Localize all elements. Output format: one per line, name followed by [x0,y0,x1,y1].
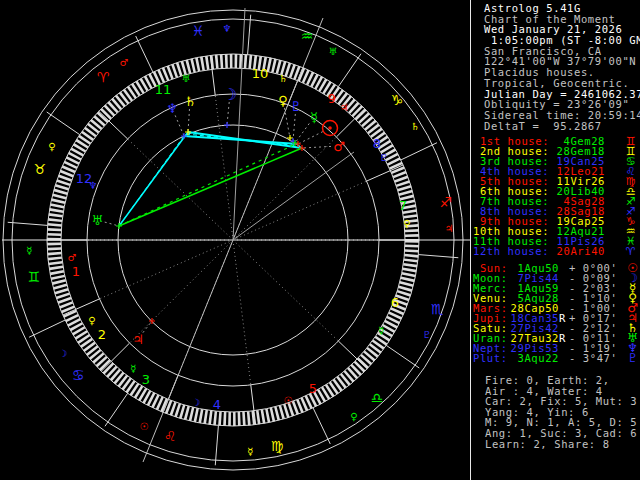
planet-pointer-line [175,115,184,136]
mercury-glyph-icon: ☿ [310,110,318,125]
chart-info-section: Astrolog 5.41GChart of the MomentWed Jan… [484,3,640,131]
sign-boundary-line [215,425,218,465]
sign-glyph-leo: ♌ [164,428,177,444]
sun-glyph-center-dot [328,126,332,130]
sign-ruler-glyph-capricorn: ♄ [411,121,420,132]
sign-glyph-gemini: ♊ [28,269,41,285]
planet-position-section: Sun:1Aqu50+ 0°00'☉Moon:7Pis44- 0°09'☽Mer… [473,263,640,363]
element-tally-section: Fire: 0, Earth: 2,Air : 4, Water: 4Car: … [485,375,640,449]
planet-velocity: - 3°47' [569,353,619,363]
aspect-line-trine-uranus-sun [119,143,298,226]
sign-glyph-cancer: ♋ [72,367,85,383]
info-line: DeltaT = 95.2867 [484,121,640,132]
axis-line-2 [233,8,245,240]
house-cusp-value: 20Ari40 [552,246,605,256]
info-line: Tropical, Geocentric. [484,78,640,89]
retrograde-flag: R [559,313,569,323]
house-number-1: 1 [72,264,80,279]
astrolog-window: ☽♄♆♅♃♀♇☿♂♓♆♈♂♉♀♊☿♋☽♌☉♍☿♎♀♏♇♐♃♑♄♒♅1♂2♀3☿4… [0,0,640,480]
house-number-4: 4 [213,397,221,412]
sign-boundary-line [136,36,153,72]
sign-boundary-line [105,393,128,426]
sign-ruler-glyph-virgo: ☿ [247,446,253,457]
sign-ruler-glyph-scorpio: ♇ [423,329,432,340]
tally-line: Learn: 2, Share: 8 [485,439,640,450]
saturn-glyph-icon: ♄ [184,94,196,109]
sign-boundary-line [47,112,80,135]
house-cusp-section: 1st house:4Gem28♊ 2nd house:28Gem18♊ 3rd… [473,136,640,256]
sign-glyph-pisces: ♓ [192,23,205,39]
sign-glyph-sagittarius: ♐ [440,194,453,210]
house-ruler-glyph-5: ☉ [284,395,293,406]
sign-ruler-glyph-cancer: ☽ [59,348,68,359]
house-number-3: 3 [142,372,150,387]
sign-boundary-line [313,408,330,444]
planet-pointer-line [284,108,290,138]
house-cusp-dotted-line [215,95,232,236]
house-ruler-glyph-3: ☿ [130,363,136,374]
sign-glyph-libra: ♎ [371,390,384,406]
house-cusp-solid-line [367,165,404,181]
pluto-glyph-icon: ♇ [290,99,302,114]
house-number-7: 7 [399,198,407,213]
aspect-line-trine-uranus-mars [119,148,302,226]
sign-boundary-line [401,143,437,160]
sign-glyph-aquarius: ♒ [301,28,314,44]
jupiter-glyph-icon: ♃ [132,332,144,347]
house-ruler-glyph-6: ☿ [378,325,384,336]
sign-glyph-taurus: ♉ [34,161,47,177]
house-number-9: 9 [328,91,336,106]
planet-degree-dot-moon [224,122,230,128]
uranus-glyph-icon: ♅ [91,213,103,228]
house-cusp-dotted-line [236,137,337,237]
planet-pointer-line [298,132,323,144]
aspect-line-sextile-neptune-sun [184,136,298,144]
sign-glyph-capricorn: ♑ [391,92,404,108]
retrograde-flag: R [559,333,569,343]
sign-ruler-glyph-taurus: ♀ [48,141,55,152]
neptune-glyph-icon: ♆ [166,101,178,116]
house-ruler-glyph-8: ♇ [380,152,389,163]
house-ruler-glyph-12: ♆ [89,180,98,191]
house-cusp-solid-line [63,299,100,315]
info-line: Sidereal time: 20:59:14 [484,110,640,121]
zodiac-sign-icon: ♈ [621,247,640,257]
house-ruler-glyph-9: ♃ [340,102,349,113]
chart-wheel: ☽♄♆♅♃♀♇☿♂♓♆♈♂♉♀♊☿♋☽♌☉♍☿♎♀♏♇♐♃♑♄♒♅1♂2♀3☿4… [0,0,472,480]
house-row: 12th house:20Ari40♈ [473,246,640,256]
house-ruler-glyph-2: ♀ [88,315,95,326]
sign-ruler-glyph-sagittarius: ♃ [445,223,454,234]
sign-boundary-line [248,15,251,55]
house-number-5: 5 [309,381,317,396]
sign-ruler-glyph-pisces: ♆ [223,23,232,34]
house-cusp-dotted-line [128,139,230,237]
sign-glyph-virgo: ♍ [271,438,284,454]
venus-glyph-icon: ♀ [278,93,288,108]
house-number-11: 11 [155,82,172,97]
planet-pointer-line [188,109,189,132]
tally-line: Fire: 0, Earth: 2, [485,375,640,386]
aspect-line-sextile-saturn-sun [186,134,300,146]
sign-boundary-line [8,222,48,225]
sign-ruler-glyph-aquarius: ♅ [329,46,338,57]
planet-pointer-line [227,102,229,125]
house-number-6: 6 [391,295,399,310]
house-label: 12th house: [473,246,552,256]
sign-boundary-line [338,54,361,87]
house-ruler-glyph-4: ☽ [192,397,201,408]
house-ruler-glyph-7: ♀ [403,218,410,229]
planet-pointer-line [295,123,309,143]
house-ruler-glyph-1: ♂ [68,252,77,263]
planet-degree-dot-venus [287,135,293,141]
house-number-8: 8 [373,136,381,151]
planet-label: Plut: [473,353,509,363]
sign-ruler-glyph-leo: ☉ [140,421,149,432]
sign-ruler-glyph-libra: ♀ [350,411,357,422]
house-number-10: 10 [252,66,269,81]
planet-icon: ♇ [625,353,640,363]
house-ruler-glyph-10: ♄ [279,73,288,84]
sign-ruler-glyph-gemini: ☿ [26,245,32,256]
info-panel: Astrolog 5.41GChart of the MomentWed Jan… [472,0,640,480]
sign-ruler-glyph-aries: ♂ [120,57,129,68]
planet-position-value: 3Aqu22 [509,353,559,363]
